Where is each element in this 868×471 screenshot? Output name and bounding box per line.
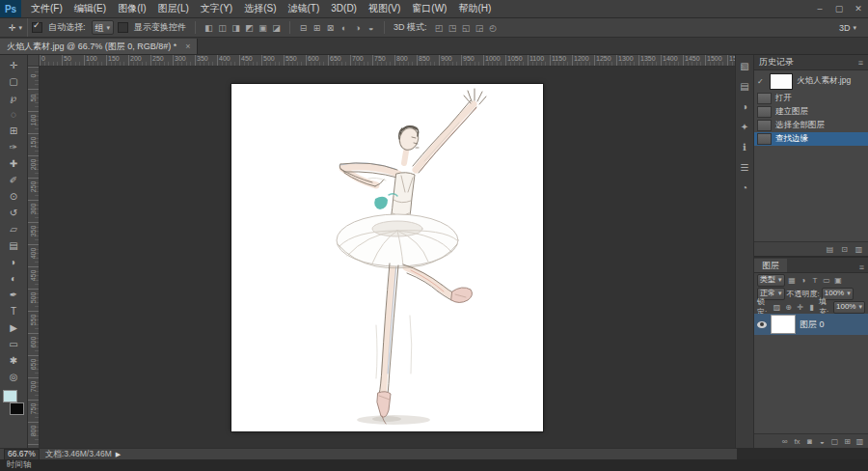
hand-tool[interactable]: ✱ bbox=[2, 352, 25, 369]
new-snapshot-icon[interactable]: ⊡ bbox=[839, 244, 850, 255]
align-hcenter-icon[interactable]: ▣ bbox=[257, 21, 269, 34]
auto-select-dropdown[interactable]: 组 ▾ bbox=[92, 20, 115, 35]
auto-select-checkbox[interactable] bbox=[32, 22, 42, 33]
gradient-tool[interactable]: ▤ bbox=[2, 237, 25, 254]
tab-layers[interactable]: 图层 bbox=[754, 259, 787, 272]
tab-timeline[interactable]: 时间轴 bbox=[7, 459, 32, 471]
document-canvas[interactable] bbox=[231, 84, 543, 431]
channels-panel-icon[interactable]: ◔ bbox=[739, 181, 751, 194]
canvas-viewport[interactable] bbox=[40, 67, 735, 448]
zoom-level-field[interactable]: 66.67% bbox=[4, 449, 40, 460]
panel-menu-icon[interactable]: ≡ bbox=[858, 58, 863, 68]
distribute-right-icon[interactable]: ◒ bbox=[365, 21, 377, 34]
quick-select-tool[interactable]: ◌ bbox=[2, 106, 25, 123]
3d-rotate-icon[interactable]: ◰ bbox=[433, 21, 446, 34]
menu-item-10[interactable]: 帮助(H) bbox=[452, 0, 497, 17]
history-brush-source-icon[interactable]: ✓ bbox=[757, 77, 766, 86]
align-vcenter-icon[interactable]: ◫ bbox=[216, 21, 229, 34]
3d-drag-icon[interactable]: ◱ bbox=[460, 21, 473, 34]
history-brush-tool[interactable]: ↺ bbox=[2, 205, 25, 221]
background-color-swatch[interactable] bbox=[10, 402, 24, 415]
fill-dropdown[interactable]: 100% ▾ bbox=[833, 301, 865, 314]
lock-position-icon[interactable]: ✛ bbox=[795, 302, 805, 313]
menu-item-2[interactable]: 图像(I) bbox=[112, 0, 151, 17]
new-doc-from-state-icon[interactable]: ▤ bbox=[825, 244, 835, 255]
layer-filter-dropdown[interactable]: 类型 ▾ bbox=[757, 274, 785, 287]
history-state-row[interactable]: 选择全部图层 bbox=[754, 119, 868, 132]
styles-panel-icon[interactable]: ✦ bbox=[739, 121, 751, 133]
align-left-icon[interactable]: ◩ bbox=[243, 21, 256, 34]
align-top-icon[interactable]: ◧ bbox=[203, 21, 215, 34]
3d-slide-icon[interactable]: ◲ bbox=[474, 21, 486, 34]
blur-tool[interactable]: ◗ bbox=[2, 254, 25, 270]
menu-item-6[interactable]: 滤镜(T) bbox=[283, 0, 326, 17]
properties-panel-icon[interactable]: ☰ bbox=[739, 161, 751, 174]
panel-menu-icon[interactable]: ≡ bbox=[859, 263, 864, 272]
delete-state-icon[interactable]: ▥ bbox=[854, 244, 864, 255]
lasso-tool[interactable]: ℘ bbox=[2, 90, 25, 106]
menu-item-8[interactable]: 视图(V) bbox=[363, 0, 406, 17]
pen-tool[interactable]: ✒ bbox=[2, 287, 25, 303]
layer-row[interactable]: 图层 0 bbox=[754, 314, 868, 335]
layer-visibility-eye-icon[interactable] bbox=[757, 321, 767, 328]
zoom-tool[interactable]: ◎ bbox=[2, 369, 25, 385]
type-tool[interactable]: T bbox=[2, 303, 25, 319]
brush-tool[interactable]: ✐ bbox=[2, 172, 25, 188]
marquee-tool[interactable]: ▢ bbox=[2, 73, 25, 90]
history-snapshot-row[interactable]: ✓ 火焰人素材.jpg bbox=[754, 70, 868, 92]
document-tab[interactable]: 火焰人素材.jpg @ 66.7% (图层 0, RGB/8#) * × bbox=[0, 39, 198, 54]
menu-item-5[interactable]: 选择(S) bbox=[238, 0, 282, 17]
minimize-button[interactable]: – bbox=[810, 0, 829, 17]
filter-shape-icon[interactable]: ▭ bbox=[822, 275, 832, 286]
vertical-ruler[interactable]: 0501001502002503003504004505005506006507… bbox=[28, 67, 40, 448]
history-state-row[interactable]: 建立图层 bbox=[754, 105, 868, 119]
layer-style-icon[interactable]: fx bbox=[792, 436, 802, 447]
lock-transparency-icon[interactable]: ▨ bbox=[772, 302, 782, 313]
menu-item-1[interactable]: 编辑(E) bbox=[68, 0, 112, 17]
dodge-tool[interactable]: ◐ bbox=[2, 270, 25, 287]
move-tool[interactable]: ✛ bbox=[2, 57, 25, 73]
restore-button[interactable]: ▢ bbox=[829, 0, 849, 17]
filter-smart-object-icon[interactable]: ▣ bbox=[833, 275, 844, 286]
tab-close-icon[interactable]: × bbox=[185, 42, 190, 51]
lock-all-icon[interactable]: ▮ bbox=[806, 302, 817, 313]
horizontal-ruler[interactable]: 0501001502002503003504004505005506006507… bbox=[40, 55, 735, 67]
menu-item-7[interactable]: 3D(D) bbox=[325, 0, 363, 17]
clone-stamp-tool[interactable]: ⊙ bbox=[2, 188, 25, 205]
layer-group-icon[interactable]: ▢ bbox=[829, 436, 840, 447]
info-panel-icon[interactable]: ℹ bbox=[739, 141, 751, 153]
shape-tool[interactable]: ▭ bbox=[2, 336, 25, 352]
distribute-bottom-icon[interactable]: ⊠ bbox=[324, 21, 337, 34]
path-select-tool[interactable]: ▶ bbox=[2, 319, 25, 336]
color-panel-icon[interactable]: ▧ bbox=[739, 60, 751, 72]
delete-layer-icon[interactable]: ▥ bbox=[854, 436, 865, 447]
filter-pixel-icon[interactable]: ▦ bbox=[787, 275, 798, 286]
healing-brush-tool[interactable]: ✚ bbox=[2, 155, 25, 172]
distribute-left-icon[interactable]: ◐ bbox=[338, 21, 350, 34]
align-bottom-icon[interactable]: ◨ bbox=[230, 21, 242, 34]
align-right-icon[interactable]: ◪ bbox=[270, 21, 283, 34]
eyedropper-tool[interactable]: ✑ bbox=[2, 139, 25, 155]
distribute-hcenter-icon[interactable]: ◑ bbox=[351, 21, 364, 34]
menu-item-9[interactable]: 窗口(W) bbox=[406, 0, 452, 17]
adjustment-layer-icon[interactable]: ◒ bbox=[817, 436, 827, 447]
menu-item-0[interactable]: 文件(F) bbox=[25, 0, 68, 17]
lock-pixels-icon[interactable]: ⊕ bbox=[783, 302, 794, 313]
adjustments-panel-icon[interactable]: ◑ bbox=[739, 100, 751, 113]
crop-tool[interactable]: ⊞ bbox=[2, 123, 25, 139]
show-transform-checkbox[interactable] bbox=[118, 22, 128, 33]
foreground-color-swatch[interactable] bbox=[3, 390, 17, 402]
status-popup-arrow-icon[interactable]: ▶ bbox=[116, 451, 121, 458]
history-state-row[interactable]: 查找边缘 bbox=[754, 132, 868, 146]
filter-type-icon[interactable]: T bbox=[810, 275, 821, 286]
tool-preset-picker[interactable]: ✛ ▾ bbox=[4, 18, 28, 37]
history-state-row[interactable]: 打开 bbox=[754, 92, 868, 105]
distribute-vcenter-icon[interactable]: ⊞ bbox=[311, 21, 323, 34]
menu-item-3[interactable]: 图层(L) bbox=[152, 0, 195, 17]
3d-scale-icon[interactable]: ◴ bbox=[487, 21, 500, 34]
new-layer-icon[interactable]: ⊞ bbox=[842, 436, 853, 447]
layer-mask-icon[interactable]: ◙ bbox=[804, 436, 815, 447]
link-layers-icon[interactable]: ∞ bbox=[779, 436, 790, 447]
swatches-panel-icon[interactable]: ▤ bbox=[739, 80, 751, 93]
menu-item-4[interactable]: 文字(Y) bbox=[195, 0, 238, 17]
